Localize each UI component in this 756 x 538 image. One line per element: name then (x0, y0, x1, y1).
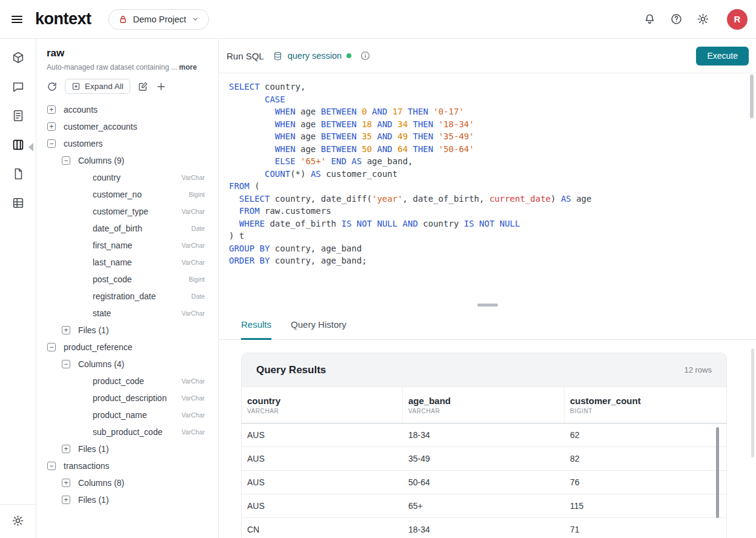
tree-item-product-reference[interactable]: −product_reference (36, 339, 218, 356)
collapse-toggle-icon[interactable]: − (47, 462, 56, 470)
tree-item-columns-4[interactable]: −Columns (4) (36, 356, 218, 373)
sql-editor[interactable]: SELECT country, CASE WHEN age BETWEEN 0 … (219, 73, 756, 306)
code-token: '50-64' (439, 144, 474, 154)
table-cell: 18-34 (403, 525, 565, 534)
tree-item-registration-date[interactable]: registration_dateDate (36, 288, 218, 305)
tree-item-label: customer_no (93, 190, 142, 199)
table-row[interactable]: AUS35-4982 (242, 447, 726, 471)
expand-toggle-icon[interactable]: + (47, 122, 56, 131)
tree-item-transactions[interactable]: −transactions (36, 457, 218, 474)
tree-item-columns-9[interactable]: −Columns (9) (36, 152, 218, 169)
tree-item-files-1[interactable]: +Files (1) (36, 491, 218, 508)
info-icon[interactable] (359, 49, 372, 62)
code-token: '65+' (300, 156, 326, 166)
table-cell: AUS (242, 430, 403, 440)
code-token: AS (561, 194, 571, 204)
document-icon[interactable] (10, 108, 26, 124)
app-body: raw Auto-managed raw dataset containing … (0, 39, 756, 538)
column-type-badge: VarChar (182, 428, 205, 436)
code-token (229, 194, 239, 204)
collapse-toggle-icon[interactable]: − (62, 156, 70, 165)
table-row[interactable]: AUS18-3462 (242, 423, 726, 447)
table-row[interactable]: AUS50-6476 (242, 471, 726, 494)
code-line: WHERE date_of_birth IS NOT NULL AND coun… (229, 218, 744, 230)
code-line: COUNT(*) AS customer_count (229, 168, 744, 181)
table-row[interactable]: AUS65+115 (242, 494, 726, 518)
execute-button[interactable]: Execute (696, 47, 749, 65)
results-table-body: AUS18-3462AUS35-4982AUS50-6476AUS65+115C… (242, 423, 726, 538)
code-token: age_band, (362, 156, 413, 166)
tree-item-columns-8[interactable]: +Columns (8) (36, 474, 218, 491)
chat-icon[interactable] (10, 79, 26, 95)
split-resize-handle[interactable] (477, 304, 498, 307)
tree-item-customers[interactable]: −customers (36, 135, 218, 152)
notifications-bell-icon[interactable] (642, 12, 657, 27)
tree-item-sub-product-code[interactable]: sub_product_codeVarChar (36, 423, 218, 440)
column-type: BIGINT (570, 408, 726, 414)
table-grid-icon[interactable] (10, 195, 26, 211)
tree-item-product-name[interactable]: product_nameVarChar (36, 407, 218, 423)
column-name: customer_count (570, 396, 726, 406)
settings-icon[interactable] (695, 12, 711, 27)
results-panel: Results Query History Query Results 12 r… (219, 306, 756, 538)
expand-toggle-icon[interactable]: + (62, 479, 70, 487)
tab-query-history[interactable]: Query History (291, 319, 346, 339)
collapse-toggle-icon[interactable]: − (47, 343, 56, 351)
tree-item-files-1[interactable]: +Files (1) (36, 322, 218, 339)
tree-item-product-description[interactable]: product_descriptionVarChar (36, 390, 218, 407)
tree-item-last-name[interactable]: last_nameVarChar (36, 254, 218, 271)
file-icon[interactable] (10, 166, 26, 182)
expand-toggle-icon[interactable]: + (62, 326, 70, 334)
expand-toggle-icon[interactable]: + (47, 105, 56, 114)
code-token: country, age_band; (270, 256, 366, 265)
tree-item-state[interactable]: stateVarChar (36, 305, 218, 322)
results-scrollbar[interactable] (751, 348, 754, 457)
table-row[interactable]: CN18-3471 (242, 518, 726, 538)
column-name: age_band (408, 396, 564, 406)
tree-item-label: post_code (93, 274, 132, 284)
run-sql-label[interactable]: Run SQL (227, 51, 264, 61)
edit-pencil-icon[interactable] (138, 81, 148, 92)
table-scrollbar[interactable] (716, 427, 719, 518)
rail-settings-gear-icon[interactable] (10, 513, 25, 528)
code-token: BETWEEN (321, 131, 357, 141)
tree-item-files-1[interactable]: +Files (1) (36, 440, 218, 457)
column-type-badge: VarChar (182, 242, 205, 249)
tree-item-post-code[interactable]: post_codeBigint (36, 271, 218, 288)
code-token: 17 (393, 107, 403, 116)
tree-item-first-name[interactable]: first_nameVarChar (36, 237, 218, 254)
tree-item-customer-type[interactable]: customer_typeVarChar (36, 203, 218, 220)
code-token: country, age_band (270, 244, 362, 253)
tree-item-customer-no[interactable]: customer_noBigint (36, 186, 218, 203)
tree-item-product-code[interactable]: product_codeVarChar (36, 373, 218, 390)
column-header-country[interactable]: countryVARCHAR (242, 387, 403, 423)
expand-toggle-icon[interactable]: + (62, 445, 70, 453)
tab-results[interactable]: Results (241, 319, 271, 340)
column-header-age-band[interactable]: age_bandVARCHAR (403, 387, 565, 423)
help-icon[interactable] (669, 12, 684, 27)
editor-scrollbar[interactable] (750, 75, 754, 118)
expand-toggle-icon[interactable]: + (62, 496, 70, 504)
refresh-icon[interactable] (47, 81, 58, 92)
tree-item-customer-accounts[interactable]: +customer_accounts (36, 118, 218, 135)
code-token: THEN (413, 144, 434, 154)
tree-item-label: Files (1) (78, 325, 109, 335)
datasets-icon[interactable] (10, 50, 26, 65)
more-link[interactable]: more (179, 63, 196, 71)
expand-all-button[interactable]: Expand All (65, 79, 130, 94)
collapse-toggle-icon[interactable]: − (47, 139, 56, 148)
tree-item-date-of-birth[interactable]: date_of_birthDate (36, 220, 218, 237)
columns-icon[interactable] (10, 137, 26, 153)
tree-item-country[interactable]: countryVarChar (36, 169, 218, 186)
table-cell: 50-64 (403, 477, 565, 487)
project-selector[interactable]: Demo Project (108, 9, 210, 30)
menu-icon[interactable] (8, 11, 25, 28)
tree-item-accounts[interactable]: +accounts (36, 101, 218, 118)
dataset-description: Auto-managed raw dataset containing ...m… (36, 59, 218, 71)
collapse-toggle-icon[interactable]: − (62, 360, 70, 368)
add-plus-icon[interactable] (156, 81, 167, 92)
user-avatar[interactable]: R (727, 9, 748, 30)
column-header-customer-count[interactable]: customer_countBIGINT (565, 387, 726, 423)
code-token: customer_count (321, 169, 397, 179)
query-session-chip[interactable]: query session (273, 51, 351, 61)
